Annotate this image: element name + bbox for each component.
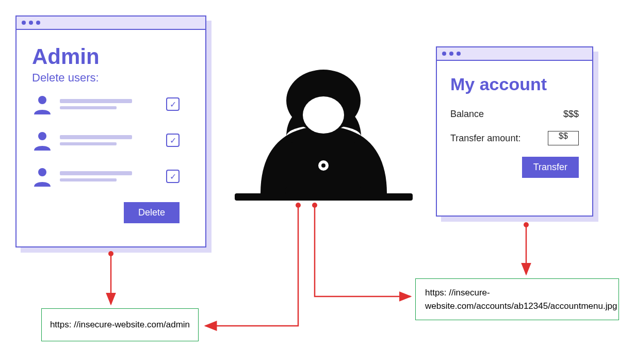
user-icon (32, 166, 53, 187)
admin-titlebar (17, 16, 205, 30)
user-row: ✓ (32, 130, 190, 151)
account-titlebar (437, 47, 592, 61)
user-placeholder-lines (60, 99, 166, 109)
user-checkbox[interactable]: ✓ (166, 170, 180, 183)
account-url-text: https: //insecure-website.com/accounts/a… (425, 288, 617, 311)
user-checkbox[interactable]: ✓ (166, 97, 180, 111)
admin-url-text: https: //insecure-website.com/admin (50, 320, 190, 329)
svg-point-10 (108, 251, 113, 256)
window-dot-icon (36, 21, 40, 25)
delete-button[interactable]: Delete (124, 202, 180, 223)
admin-url-box: https: //insecure-website.com/admin (41, 308, 199, 341)
svg-point-0 (38, 96, 46, 104)
svg-point-1 (38, 132, 46, 140)
transfer-amount-input[interactable]: $$ (548, 131, 579, 145)
svg-rect-7 (285, 187, 362, 194)
window-dot-icon (457, 52, 461, 56)
user-icon (32, 94, 53, 114)
user-icon (32, 130, 53, 151)
svg-rect-3 (235, 193, 413, 201)
svg-point-12 (524, 222, 529, 227)
window-dot-icon (22, 21, 26, 25)
account-title: My account (450, 74, 579, 94)
window-dot-icon (442, 52, 446, 56)
user-placeholder-lines (60, 135, 166, 145)
transfer-amount-label: Transfer amount: (450, 133, 520, 144)
svg-point-5 (303, 96, 344, 134)
hacker-icon (235, 70, 413, 204)
admin-title: Admin (32, 44, 190, 69)
user-checkbox[interactable]: ✓ (166, 134, 180, 147)
user-placeholder-lines (60, 171, 166, 181)
user-row: ✓ (32, 166, 190, 187)
svg-point-9 (321, 163, 325, 168)
admin-window: Admin Delete users: ✓ ✓ ✓ Delete (15, 15, 206, 247)
account-url-box: https: //insecure-website.com/accounts/a… (415, 278, 619, 320)
window-dot-icon (449, 52, 453, 56)
balance-label: Balance (450, 109, 484, 120)
account-window: My account Balance $$$ Transfer amount: … (436, 46, 593, 217)
transfer-button[interactable]: Transfer (522, 157, 579, 178)
admin-subtitle: Delete users: (32, 71, 190, 85)
svg-point-2 (38, 168, 46, 176)
balance-value: $$$ (563, 109, 579, 120)
window-dot-icon (29, 21, 33, 25)
user-row: ✓ (32, 94, 190, 114)
